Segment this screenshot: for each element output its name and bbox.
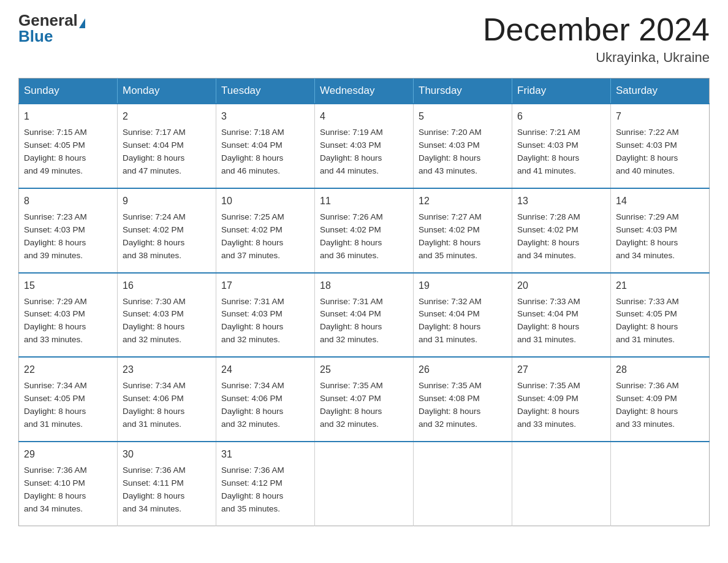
col-monday: Monday <box>118 79 216 104</box>
day-info: Sunrise: 7:28 AM Sunset: 4:02 PM Dayligh… <box>517 211 605 262</box>
day-number: 24 <box>221 362 309 377</box>
day-info: Sunrise: 7:25 AM Sunset: 4:02 PM Dayligh… <box>221 211 309 262</box>
calendar-cell: 31Sunrise: 7:36 AM Sunset: 4:12 PM Dayli… <box>216 442 315 526</box>
calendar-cell: 18Sunrise: 7:31 AM Sunset: 4:04 PM Dayli… <box>315 273 414 358</box>
day-number: 22 <box>24 362 112 377</box>
calendar-cell: 22Sunrise: 7:34 AM Sunset: 4:05 PM Dayli… <box>19 357 118 442</box>
month-title: December 2024 <box>483 12 710 47</box>
location-text: Ukrayinka, Ukraine <box>483 50 710 66</box>
day-info: Sunrise: 7:27 AM Sunset: 4:02 PM Dayligh… <box>419 211 507 262</box>
calendar-week-row: 8Sunrise: 7:23 AM Sunset: 4:03 PM Daylig… <box>19 188 710 273</box>
day-info: Sunrise: 7:34 AM Sunset: 4:06 PM Dayligh… <box>221 380 309 431</box>
calendar-week-row: 15Sunrise: 7:29 AM Sunset: 4:03 PM Dayli… <box>19 273 710 358</box>
day-number: 21 <box>616 278 704 293</box>
day-info: Sunrise: 7:30 AM Sunset: 4:03 PM Dayligh… <box>123 296 211 347</box>
title-block: December 2024 Ukrayinka, Ukraine <box>483 12 710 66</box>
day-info: Sunrise: 7:31 AM Sunset: 4:04 PM Dayligh… <box>320 296 408 347</box>
day-number: 7 <box>616 109 704 124</box>
calendar-cell: 13Sunrise: 7:28 AM Sunset: 4:02 PM Dayli… <box>512 188 611 273</box>
day-number: 31 <box>221 447 309 462</box>
day-number: 3 <box>221 109 309 124</box>
calendar-cell: 14Sunrise: 7:29 AM Sunset: 4:03 PM Dayli… <box>611 188 710 273</box>
calendar-header: Sunday Monday Tuesday Wednesday Thursday… <box>19 79 710 104</box>
day-info: Sunrise: 7:31 AM Sunset: 4:03 PM Dayligh… <box>221 296 309 347</box>
day-info: Sunrise: 7:35 AM Sunset: 4:07 PM Dayligh… <box>320 380 408 431</box>
logo-top-row: General <box>18 12 85 28</box>
day-info: Sunrise: 7:15 AM Sunset: 4:05 PM Dayligh… <box>24 126 112 178</box>
day-number: 13 <box>517 194 605 209</box>
day-info: Sunrise: 7:18 AM Sunset: 4:04 PM Dayligh… <box>221 126 309 178</box>
calendar-cell: 5Sunrise: 7:20 AM Sunset: 4:03 PM Daylig… <box>414 104 512 188</box>
day-number: 15 <box>24 278 112 293</box>
calendar-cell <box>315 442 414 526</box>
day-info: Sunrise: 7:36 AM Sunset: 4:09 PM Dayligh… <box>616 380 704 431</box>
day-info: Sunrise: 7:33 AM Sunset: 4:04 PM Dayligh… <box>517 296 605 347</box>
day-number: 30 <box>123 447 211 462</box>
day-info: Sunrise: 7:34 AM Sunset: 4:06 PM Dayligh… <box>123 380 211 431</box>
calendar-cell: 12Sunrise: 7:27 AM Sunset: 4:02 PM Dayli… <box>414 188 512 273</box>
calendar-cell: 27Sunrise: 7:35 AM Sunset: 4:09 PM Dayli… <box>512 357 611 442</box>
calendar-cell <box>414 442 512 526</box>
calendar-body: 1Sunrise: 7:15 AM Sunset: 4:05 PM Daylig… <box>19 104 710 526</box>
calendar-cell: 10Sunrise: 7:25 AM Sunset: 4:02 PM Dayli… <box>216 188 315 273</box>
day-number: 9 <box>123 194 211 209</box>
day-info: Sunrise: 7:36 AM Sunset: 4:12 PM Dayligh… <box>221 464 309 516</box>
days-of-week-row: Sunday Monday Tuesday Wednesday Thursday… <box>19 79 710 104</box>
calendar-cell: 1Sunrise: 7:15 AM Sunset: 4:05 PM Daylig… <box>19 104 118 188</box>
day-number: 20 <box>517 278 605 293</box>
day-number: 27 <box>517 362 605 377</box>
day-info: Sunrise: 7:35 AM Sunset: 4:08 PM Dayligh… <box>419 380 507 431</box>
day-number: 12 <box>419 194 507 209</box>
page-header: General Blue December 2024 Ukrayinka, Uk… <box>18 12 710 66</box>
day-number: 16 <box>123 278 211 293</box>
calendar-cell: 6Sunrise: 7:21 AM Sunset: 4:03 PM Daylig… <box>512 104 611 188</box>
day-info: Sunrise: 7:35 AM Sunset: 4:09 PM Dayligh… <box>517 380 605 431</box>
day-number: 17 <box>221 278 309 293</box>
day-number: 5 <box>419 109 507 124</box>
calendar-cell: 4Sunrise: 7:19 AM Sunset: 4:03 PM Daylig… <box>315 104 414 188</box>
day-number: 18 <box>320 278 408 293</box>
col-thursday: Thursday <box>414 79 512 104</box>
calendar-cell: 20Sunrise: 7:33 AM Sunset: 4:04 PM Dayli… <box>512 273 611 358</box>
day-info: Sunrise: 7:36 AM Sunset: 4:11 PM Dayligh… <box>123 464 211 516</box>
calendar-cell: 3Sunrise: 7:18 AM Sunset: 4:04 PM Daylig… <box>216 104 315 188</box>
calendar-cell: 8Sunrise: 7:23 AM Sunset: 4:03 PM Daylig… <box>19 188 118 273</box>
day-info: Sunrise: 7:24 AM Sunset: 4:02 PM Dayligh… <box>123 211 211 262</box>
calendar-cell: 26Sunrise: 7:35 AM Sunset: 4:08 PM Dayli… <box>414 357 512 442</box>
col-wednesday: Wednesday <box>315 79 414 104</box>
day-number: 23 <box>123 362 211 377</box>
calendar-table: Sunday Monday Tuesday Wednesday Thursday… <box>18 78 710 526</box>
day-number: 14 <box>616 194 704 209</box>
calendar-cell: 19Sunrise: 7:32 AM Sunset: 4:04 PM Dayli… <box>414 273 512 358</box>
day-info: Sunrise: 7:32 AM Sunset: 4:04 PM Dayligh… <box>419 296 507 347</box>
calendar-cell: 23Sunrise: 7:34 AM Sunset: 4:06 PM Dayli… <box>118 357 216 442</box>
day-info: Sunrise: 7:36 AM Sunset: 4:10 PM Dayligh… <box>24 464 112 516</box>
col-friday: Friday <box>512 79 611 104</box>
day-info: Sunrise: 7:26 AM Sunset: 4:02 PM Dayligh… <box>320 211 408 262</box>
day-info: Sunrise: 7:19 AM Sunset: 4:03 PM Dayligh… <box>320 126 408 178</box>
day-number: 11 <box>320 194 408 209</box>
day-number: 4 <box>320 109 408 124</box>
day-number: 10 <box>221 194 309 209</box>
day-number: 6 <box>517 109 605 124</box>
calendar-cell: 21Sunrise: 7:33 AM Sunset: 4:05 PM Dayli… <box>611 273 710 358</box>
calendar-cell: 24Sunrise: 7:34 AM Sunset: 4:06 PM Dayli… <box>216 357 315 442</box>
day-number: 2 <box>123 109 211 124</box>
calendar-cell: 7Sunrise: 7:22 AM Sunset: 4:03 PM Daylig… <box>611 104 710 188</box>
day-info: Sunrise: 7:29 AM Sunset: 4:03 PM Dayligh… <box>24 296 112 347</box>
day-info: Sunrise: 7:23 AM Sunset: 4:03 PM Dayligh… <box>24 211 112 262</box>
day-number: 29 <box>24 447 112 462</box>
logo-blue-text: Blue <box>18 27 53 45</box>
calendar-cell <box>611 442 710 526</box>
day-info: Sunrise: 7:29 AM Sunset: 4:03 PM Dayligh… <box>616 211 704 262</box>
calendar-cell: 17Sunrise: 7:31 AM Sunset: 4:03 PM Dayli… <box>216 273 315 358</box>
day-number: 8 <box>24 194 112 209</box>
day-number: 1 <box>24 109 112 124</box>
day-number: 26 <box>419 362 507 377</box>
day-info: Sunrise: 7:21 AM Sunset: 4:03 PM Dayligh… <box>517 126 605 178</box>
day-info: Sunrise: 7:22 AM Sunset: 4:03 PM Dayligh… <box>616 126 704 178</box>
calendar-cell: 28Sunrise: 7:36 AM Sunset: 4:09 PM Dayli… <box>611 357 710 442</box>
day-info: Sunrise: 7:17 AM Sunset: 4:04 PM Dayligh… <box>123 126 211 178</box>
day-info: Sunrise: 7:20 AM Sunset: 4:03 PM Dayligh… <box>419 126 507 178</box>
col-sunday: Sunday <box>19 79 118 104</box>
